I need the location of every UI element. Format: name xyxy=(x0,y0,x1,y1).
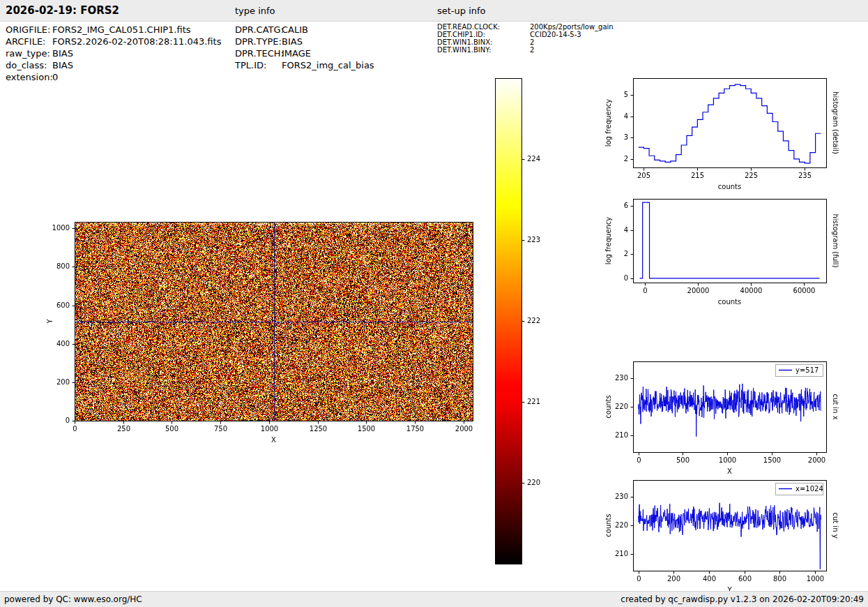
header-bar: 2026-02-19: FORS2 type info set-up info xyxy=(0,0,868,22)
histogram-full-plot xyxy=(600,187,868,327)
page-title: 2026-02-19: FORS2 xyxy=(6,4,119,17)
field-label: ORIGFILE: xyxy=(6,24,52,36)
setup-info-row: DET.WIN1.BINX: 2 xyxy=(437,38,614,46)
file-info-row: ORIGFILE: FORS2_IMG_CAL051.CHIP1.fits xyxy=(6,24,221,36)
field-value: IMAGE xyxy=(282,47,311,59)
field-value: FORS2_IMG_CAL051.CHIP1.fits xyxy=(52,24,191,36)
bias-image-plot xyxy=(38,213,488,460)
file-info-block: ORIGFILE: FORS2_IMG_CAL051.CHIP1.fits AR… xyxy=(6,24,221,83)
field-label: DET.WIN1.BINY: xyxy=(437,46,530,54)
file-info-row: ARCFILE: FORS2.2026-02-20T08:28:11.043.f… xyxy=(6,36,221,47)
field-value: 2 xyxy=(530,38,534,46)
file-info-row: extension: 0 xyxy=(6,71,221,83)
field-value: BIAS xyxy=(52,59,73,71)
field-value: BIAS xyxy=(52,47,73,59)
field-value: CCID20-14-5-3 xyxy=(530,31,581,38)
file-info-row: raw_type: BIAS xyxy=(6,47,221,59)
cut-in-y-plot xyxy=(600,467,868,607)
field-label: DET.CHIP1.ID: xyxy=(437,31,530,38)
histogram-detail-plot xyxy=(600,66,868,206)
field-value: FORS2.2026-02-20T08:28:11.043.fits xyxy=(52,36,221,47)
footer-right-text: created by qc_rawdisp.py v1.2.3 on 2026-… xyxy=(620,594,864,604)
field-label: DET.WIN1.BINX: xyxy=(437,38,530,46)
type-info-row: DPR.TECH: IMAGE xyxy=(235,47,374,59)
type-info-block: DPR.CATG: CALIB DPR.TYPE: BIAS DPR.TECH:… xyxy=(235,24,374,71)
file-info-row: do_class: BIAS xyxy=(6,59,221,71)
field-label: DPR.TYPE: xyxy=(235,36,282,47)
setup-info-block: DET.READ.CLOCK: 200Kps/2ports/low_gain D… xyxy=(437,23,614,54)
type-info-row: DPR.TYPE: BIAS xyxy=(235,36,374,47)
footer-left-text: powered by QC: www.eso.org/HC xyxy=(4,594,142,604)
field-label: DPR.TECH: xyxy=(235,47,282,59)
field-value: 2 xyxy=(530,46,534,54)
field-value: CALIB xyxy=(282,24,308,36)
field-value: 0 xyxy=(52,71,58,83)
type-info-row: DPR.CATG: CALIB xyxy=(235,24,374,36)
field-label: raw_type: xyxy=(6,47,52,59)
colorbar xyxy=(481,70,558,572)
field-value: BIAS xyxy=(282,36,303,47)
field-label: extension: xyxy=(6,71,52,83)
field-label: do_class: xyxy=(6,59,52,71)
field-value: 200Kps/2ports/low_gain xyxy=(530,23,614,31)
field-label: DPR.CATG: xyxy=(235,24,282,36)
setup-info-heading: set-up info xyxy=(437,6,486,16)
field-value: FORS2_img_cal_bias xyxy=(282,59,374,71)
type-info-row: TPL.ID: FORS2_img_cal_bias xyxy=(235,59,374,71)
setup-info-row: DET.WIN1.BINY: 2 xyxy=(437,46,614,54)
field-label: DET.READ.CLOCK: xyxy=(437,23,530,31)
setup-info-row: DET.CHIP1.ID: CCID20-14-5-3 xyxy=(437,31,614,38)
footer-bar: powered by QC: www.eso.org/HC created by… xyxy=(0,591,868,607)
type-info-heading: type info xyxy=(235,6,275,16)
field-label: TPL.ID: xyxy=(235,59,282,71)
field-label: ARCFILE: xyxy=(6,36,52,47)
setup-info-row: DET.READ.CLOCK: 200Kps/2ports/low_gain xyxy=(437,23,614,31)
